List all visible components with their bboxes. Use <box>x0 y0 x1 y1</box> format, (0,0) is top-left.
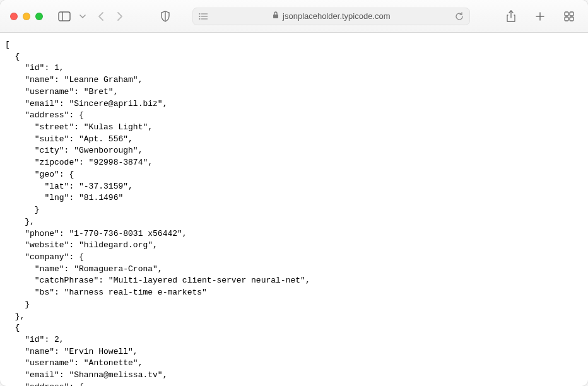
svg-rect-13 <box>565 17 568 21</box>
forward-button[interactable] <box>111 8 129 25</box>
json-content[interactable]: [ { "id": 1, "name": "Leanne Graham", "u… <box>0 33 588 386</box>
svg-point-6 <box>199 16 200 16</box>
tab-group-dropdown-button[interactable] <box>78 8 87 25</box>
maximize-window-button[interactable] <box>35 13 43 20</box>
close-window-button[interactable] <box>10 13 18 20</box>
share-button[interactable] <box>502 8 520 25</box>
svg-rect-8 <box>273 15 278 18</box>
svg-point-7 <box>199 18 200 19</box>
window-controls <box>10 13 43 20</box>
svg-point-5 <box>199 13 200 14</box>
sidebar-toggle-button[interactable] <box>56 8 73 25</box>
reload-button[interactable] <box>453 10 466 23</box>
tab-overview-button[interactable] <box>560 8 578 25</box>
new-tab-button[interactable] <box>531 8 549 25</box>
lock-icon <box>273 11 279 21</box>
svg-rect-12 <box>570 12 573 16</box>
privacy-report-button[interactable] <box>156 8 174 25</box>
right-toolbar <box>502 8 578 25</box>
toolbar: jsonplaceholder.typicode.com <box>0 0 588 33</box>
svg-rect-0 <box>59 12 70 21</box>
minimize-window-button[interactable] <box>23 13 30 20</box>
browser-window: jsonplaceholder.typicode.com <box>0 0 588 386</box>
back-button[interactable] <box>92 8 110 25</box>
reader-mode-button[interactable] <box>197 10 209 23</box>
navigation-buttons <box>92 8 129 25</box>
url-text: jsonplaceholder.typicode.com <box>283 11 391 21</box>
svg-rect-14 <box>570 17 573 21</box>
address-bar[interactable]: jsonplaceholder.typicode.com <box>192 8 470 25</box>
svg-rect-11 <box>565 12 568 16</box>
